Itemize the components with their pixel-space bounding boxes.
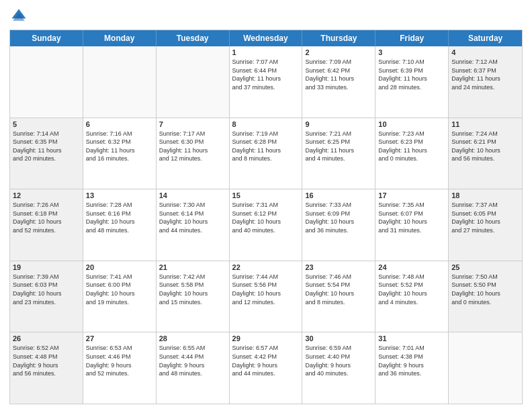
calendar-cell: 11Sunrise: 7:24 AM Sunset: 6:21 PM Dayli…	[449, 118, 522, 189]
calendar-cell: 30Sunrise: 6:59 AM Sunset: 4:40 PM Dayli…	[302, 332, 375, 404]
calendar-cell: 14Sunrise: 7:30 AM Sunset: 6:14 PM Dayli…	[157, 189, 230, 261]
day-number: 23	[305, 263, 372, 271]
cell-info: Sunrise: 7:37 AM Sunset: 6:05 PM Dayligh…	[451, 201, 519, 234]
cell-info: Sunrise: 7:12 AM Sunset: 6:37 PM Dayligh…	[451, 58, 519, 91]
calendar-cell: 26Sunrise: 6:52 AM Sunset: 4:48 PM Dayli…	[10, 332, 83, 404]
cell-info: Sunrise: 7:21 AM Sunset: 6:25 PM Dayligh…	[305, 130, 372, 163]
cell-info: Sunrise: 6:57 AM Sunset: 4:42 PM Dayligh…	[232, 344, 300, 377]
cell-info: Sunrise: 7:48 AM Sunset: 5:52 PM Dayligh…	[378, 273, 445, 306]
calendar-cell: 29Sunrise: 6:57 AM Sunset: 4:42 PM Dayli…	[230, 332, 303, 404]
day-number: 7	[159, 120, 226, 128]
day-number: 13	[86, 191, 153, 199]
cell-info: Sunrise: 7:39 AM Sunset: 6:03 PM Dayligh…	[13, 273, 80, 306]
weekday-header: Wednesday	[230, 30, 303, 46]
day-number: 21	[159, 263, 226, 271]
day-number: 4	[451, 48, 519, 56]
weekday-header: Saturday	[449, 30, 522, 46]
calendar: SundayMondayTuesdayWednesdayThursdayFrid…	[9, 30, 523, 404]
calendar-cell	[157, 46, 230, 118]
day-number: 1	[232, 48, 300, 56]
calendar-cell: 8Sunrise: 7:19 AM Sunset: 6:28 PM Daylig…	[230, 118, 303, 189]
calendar-cell: 1Sunrise: 7:07 AM Sunset: 6:44 PM Daylig…	[230, 46, 303, 118]
calendar-cell: 12Sunrise: 7:26 AM Sunset: 6:18 PM Dayli…	[10, 189, 83, 261]
day-number: 5	[13, 120, 80, 128]
logo-icon	[9, 7, 28, 26]
weekday-header: Friday	[375, 30, 449, 46]
day-number: 24	[378, 263, 445, 271]
cell-info: Sunrise: 7:16 AM Sunset: 6:32 PM Dayligh…	[86, 130, 153, 163]
calendar-cell: 20Sunrise: 7:41 AM Sunset: 6:00 PM Dayli…	[83, 261, 157, 332]
day-number: 12	[13, 191, 80, 199]
calendar-cell: 28Sunrise: 6:55 AM Sunset: 4:44 PM Dayli…	[157, 332, 230, 404]
cell-info: Sunrise: 7:19 AM Sunset: 6:28 PM Dayligh…	[232, 130, 300, 163]
calendar-cell: 31Sunrise: 7:01 AM Sunset: 4:38 PM Dayli…	[375, 332, 449, 404]
cell-info: Sunrise: 6:52 AM Sunset: 4:48 PM Dayligh…	[13, 344, 80, 377]
calendar-header: SundayMondayTuesdayWednesdayThursdayFrid…	[10, 30, 522, 46]
day-number: 16	[305, 191, 372, 199]
calendar-cell: 18Sunrise: 7:37 AM Sunset: 6:05 PM Dayli…	[449, 189, 522, 261]
calendar-row: 19Sunrise: 7:39 AM Sunset: 6:03 PM Dayli…	[10, 261, 522, 332]
day-number: 29	[232, 334, 300, 342]
calendar-cell	[449, 332, 522, 404]
day-number: 28	[159, 334, 226, 342]
calendar-cell: 21Sunrise: 7:42 AM Sunset: 5:58 PM Dayli…	[157, 261, 230, 332]
cell-info: Sunrise: 7:23 AM Sunset: 6:23 PM Dayligh…	[378, 130, 445, 163]
header	[9, 7, 523, 26]
calendar-cell: 19Sunrise: 7:39 AM Sunset: 6:03 PM Dayli…	[10, 261, 83, 332]
day-number: 22	[232, 263, 300, 271]
day-number: 27	[86, 334, 153, 342]
calendar-cell: 27Sunrise: 6:53 AM Sunset: 4:46 PM Dayli…	[83, 332, 157, 404]
cell-info: Sunrise: 7:50 AM Sunset: 5:50 PM Dayligh…	[451, 273, 519, 306]
calendar-cell: 9Sunrise: 7:21 AM Sunset: 6:25 PM Daylig…	[302, 118, 375, 189]
calendar-cell: 5Sunrise: 7:14 AM Sunset: 6:35 PM Daylig…	[10, 118, 83, 189]
calendar-cell: 10Sunrise: 7:23 AM Sunset: 6:23 PM Dayli…	[375, 118, 449, 189]
calendar-cell: 23Sunrise: 7:46 AM Sunset: 5:54 PM Dayli…	[302, 261, 375, 332]
cell-info: Sunrise: 7:24 AM Sunset: 6:21 PM Dayligh…	[451, 130, 519, 163]
weekday-header: Sunday	[10, 30, 83, 46]
calendar-row: 12Sunrise: 7:26 AM Sunset: 6:18 PM Dayli…	[10, 189, 522, 261]
calendar-cell	[10, 46, 83, 118]
day-number: 9	[305, 120, 372, 128]
weekday-header: Monday	[83, 30, 157, 46]
day-number: 2	[305, 48, 372, 56]
calendar-cell: 15Sunrise: 7:31 AM Sunset: 6:12 PM Dayli…	[230, 189, 303, 261]
day-number: 18	[451, 191, 519, 199]
day-number: 19	[13, 263, 80, 271]
day-number: 11	[451, 120, 519, 128]
cell-info: Sunrise: 7:30 AM Sunset: 6:14 PM Dayligh…	[159, 201, 226, 234]
cell-info: Sunrise: 7:17 AM Sunset: 6:30 PM Dayligh…	[159, 130, 226, 163]
weekday-header: Thursday	[302, 30, 375, 46]
day-number: 10	[378, 120, 445, 128]
cell-info: Sunrise: 7:28 AM Sunset: 6:16 PM Dayligh…	[86, 201, 153, 234]
calendar-cell: 17Sunrise: 7:35 AM Sunset: 6:07 PM Dayli…	[375, 189, 449, 261]
cell-info: Sunrise: 7:35 AM Sunset: 6:07 PM Dayligh…	[378, 201, 445, 234]
calendar-cell	[83, 46, 157, 118]
day-number: 20	[86, 263, 153, 271]
calendar-row: 26Sunrise: 6:52 AM Sunset: 4:48 PM Dayli…	[10, 332, 522, 404]
day-number: 14	[159, 191, 226, 199]
cell-info: Sunrise: 6:53 AM Sunset: 4:46 PM Dayligh…	[86, 344, 153, 377]
calendar-cell: 3Sunrise: 7:10 AM Sunset: 6:39 PM Daylig…	[375, 46, 449, 118]
cell-info: Sunrise: 7:14 AM Sunset: 6:35 PM Dayligh…	[13, 130, 80, 163]
day-number: 25	[451, 263, 519, 271]
cell-info: Sunrise: 7:09 AM Sunset: 6:42 PM Dayligh…	[305, 58, 372, 91]
calendar-cell: 2Sunrise: 7:09 AM Sunset: 6:42 PM Daylig…	[302, 46, 375, 118]
cell-info: Sunrise: 7:26 AM Sunset: 6:18 PM Dayligh…	[13, 201, 80, 234]
calendar-cell: 7Sunrise: 7:17 AM Sunset: 6:30 PM Daylig…	[157, 118, 230, 189]
day-number: 15	[232, 191, 300, 199]
cell-info: Sunrise: 7:31 AM Sunset: 6:12 PM Dayligh…	[232, 201, 300, 234]
cell-info: Sunrise: 7:41 AM Sunset: 6:00 PM Dayligh…	[86, 273, 153, 306]
day-number: 8	[232, 120, 300, 128]
calendar-cell: 13Sunrise: 7:28 AM Sunset: 6:16 PM Dayli…	[83, 189, 157, 261]
cell-info: Sunrise: 7:07 AM Sunset: 6:44 PM Dayligh…	[232, 58, 300, 91]
calendar-cell: 25Sunrise: 7:50 AM Sunset: 5:50 PM Dayli…	[449, 261, 522, 332]
cell-info: Sunrise: 7:33 AM Sunset: 6:09 PM Dayligh…	[305, 201, 372, 234]
cell-info: Sunrise: 6:59 AM Sunset: 4:40 PM Dayligh…	[305, 344, 372, 377]
calendar-cell: 16Sunrise: 7:33 AM Sunset: 6:09 PM Dayli…	[302, 189, 375, 261]
page: SundayMondayTuesdayWednesdayThursdayFrid…	[0, 0, 532, 411]
day-number: 30	[305, 334, 372, 342]
logo	[9, 7, 31, 26]
cell-info: Sunrise: 7:42 AM Sunset: 5:58 PM Dayligh…	[159, 273, 226, 306]
calendar-row: 1Sunrise: 7:07 AM Sunset: 6:44 PM Daylig…	[10, 46, 522, 118]
cell-info: Sunrise: 6:55 AM Sunset: 4:44 PM Dayligh…	[159, 344, 226, 377]
